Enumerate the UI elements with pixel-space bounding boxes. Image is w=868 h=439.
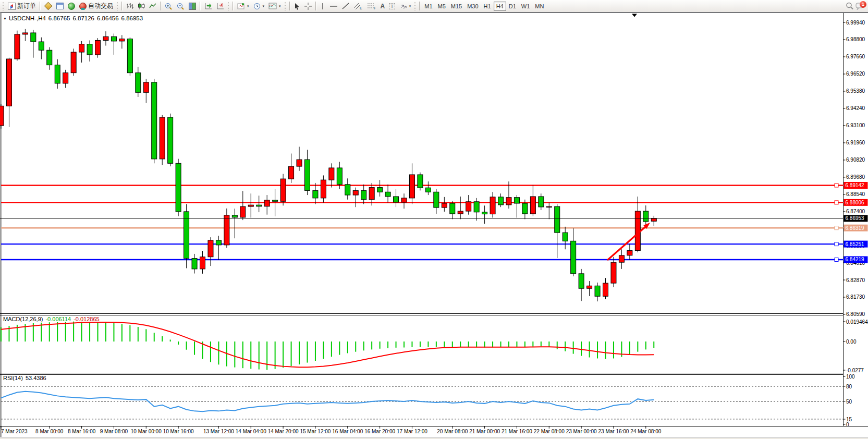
- fibonacci-tool-button[interactable]: F: [365, 1, 378, 11]
- new-order-button[interactable]: 新订单: [6, 1, 38, 11]
- vertical-line-icon: [320, 3, 325, 10]
- tab-timeframe-M15[interactable]: M15: [448, 2, 464, 11]
- arrows-tool-button[interactable]: ▾: [397, 1, 413, 11]
- line-chart-icon: [149, 3, 156, 9]
- market-watch-icon: [44, 2, 53, 10]
- candlestick-chart-button[interactable]: [136, 1, 147, 11]
- trendline-icon: [342, 3, 349, 9]
- zoom-out-button[interactable]: [175, 1, 187, 11]
- chevron-down-icon: ▾: [247, 4, 249, 8]
- zoom-out-icon: [177, 3, 185, 10]
- data-window-icon: [56, 3, 64, 9]
- periods-button[interactable]: ▾: [251, 1, 267, 11]
- horizontal-line-icon: [329, 3, 338, 9]
- text-tool-button[interactable]: A: [378, 1, 387, 11]
- svg-text:E: E: [360, 6, 362, 10]
- crosshair-icon: [304, 3, 312, 10]
- text-label-tool-button[interactable]: T: [387, 1, 397, 11]
- chart-shift-button[interactable]: [214, 1, 226, 11]
- equidistant-channel-tool-button[interactable]: E: [351, 1, 365, 11]
- tab-timeframe-H1[interactable]: H1: [481, 2, 494, 11]
- timeframe-group: M1M5M15M30H1H4D1W1MN: [422, 2, 546, 11]
- new-order-icon: [8, 3, 16, 10]
- navigator-button[interactable]: [66, 1, 77, 11]
- vertical-line-tool-button[interactable]: [318, 1, 327, 11]
- bar-chart-icon: [126, 3, 133, 9]
- notification-badge: 1: [860, 1, 866, 8]
- tab-timeframe-M5[interactable]: M5: [435, 2, 448, 11]
- horizontal-line-tool-button[interactable]: [327, 1, 340, 11]
- cursor-icon: [294, 3, 300, 10]
- tab-timeframe-D1[interactable]: D1: [506, 2, 519, 11]
- text-label-icon: T: [389, 3, 395, 9]
- arrows-icon: [399, 3, 407, 9]
- chart-window[interactable]: [0, 13, 868, 438]
- tab-timeframe-H4[interactable]: H4: [494, 2, 506, 11]
- navigator-icon: [68, 3, 75, 10]
- search-icon: [846, 2, 853, 10]
- tile-windows-button[interactable]: [187, 1, 198, 11]
- tab-timeframe-M30[interactable]: M30: [464, 2, 481, 11]
- chat-button[interactable]: 1: [855, 1, 867, 11]
- data-window-button[interactable]: [54, 1, 66, 11]
- tab-timeframe-MN[interactable]: MN: [532, 2, 546, 11]
- chart-shift-icon: [216, 3, 224, 9]
- chevron-down-icon: ▾: [279, 4, 281, 8]
- tab-timeframe-M1[interactable]: M1: [422, 2, 435, 11]
- text-icon: A: [381, 3, 385, 9]
- zoom-in-button[interactable]: [163, 1, 175, 11]
- candlestick-chart-icon: [138, 3, 145, 9]
- equidistant-channel-icon: E: [353, 3, 363, 10]
- cursor-tool-button[interactable]: [292, 1, 302, 11]
- fibonacci-icon: F: [367, 3, 376, 10]
- indicators-icon: [237, 3, 245, 9]
- crosshair-tool-button[interactable]: [302, 1, 314, 11]
- zoom-in-icon: [165, 3, 173, 10]
- bar-chart-button[interactable]: [124, 1, 136, 11]
- trendline-tool-button[interactable]: [340, 1, 351, 11]
- market-watch-button[interactable]: [42, 1, 54, 11]
- toolbar-grip[interactable]: [2, 2, 5, 10]
- svg-text:F: F: [374, 6, 376, 10]
- autotrading-label: 自动交易: [88, 2, 113, 10]
- autotrading-icon: [79, 3, 87, 10]
- templates-button[interactable]: ▾: [266, 1, 283, 11]
- auto-scroll-button[interactable]: [202, 1, 214, 11]
- chevron-down-icon: ▾: [263, 4, 265, 8]
- new-order-label: 新订单: [17, 2, 36, 10]
- tile-windows-icon: [189, 3, 196, 10]
- chevron-down-icon: ▾: [409, 4, 411, 8]
- templates-icon: [268, 3, 277, 9]
- autotrading-button[interactable]: 自动交易: [77, 1, 115, 11]
- toolbar: 新订单 自动交易 ▾ ▾ ▾: [0, 0, 868, 13]
- auto-scroll-icon: [204, 3, 212, 9]
- search-button[interactable]: [843, 1, 855, 11]
- tab-timeframe-W1[interactable]: W1: [519, 2, 533, 11]
- indicators-button[interactable]: ▾: [235, 1, 251, 11]
- clock-icon: [253, 3, 261, 10]
- line-chart-button[interactable]: [147, 1, 158, 11]
